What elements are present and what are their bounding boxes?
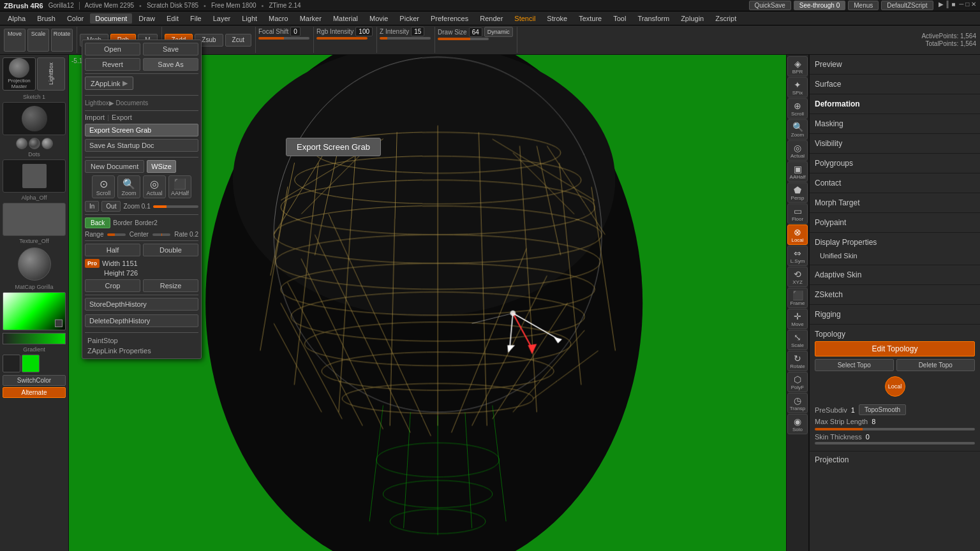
alternate-button[interactable]: Alternate bbox=[3, 387, 66, 398]
menu-edit[interactable]: Edit bbox=[161, 13, 184, 24]
new-document-button[interactable]: New Document bbox=[85, 160, 144, 173]
menu-document[interactable]: Document bbox=[90, 13, 132, 24]
import-label[interactable]: Import bbox=[85, 114, 105, 121]
deformation-title[interactable]: Deformation bbox=[815, 97, 975, 111]
save-as-button[interactable]: Save As bbox=[143, 58, 198, 71]
menu-transform[interactable]: Transform bbox=[632, 13, 674, 24]
menu-material[interactable]: Material bbox=[328, 13, 363, 24]
matcap-ball[interactable] bbox=[18, 247, 51, 281]
menu-picker[interactable]: Picker bbox=[394, 13, 424, 24]
dynamic-button[interactable]: Dynamic bbox=[484, 27, 513, 37]
rigging-title[interactable]: Rigging bbox=[815, 307, 975, 321]
skin-thickness-slider[interactable] bbox=[815, 442, 975, 444]
projection-title[interactable]: Projection bbox=[815, 455, 975, 464]
menu-light[interactable]: Light bbox=[237, 13, 262, 24]
gradient-bar[interactable] bbox=[3, 333, 66, 344]
open-button[interactable]: Open bbox=[85, 43, 140, 55]
scroll-btn[interactable]: ⊕ Scroll bbox=[787, 98, 808, 119]
save-startup-button[interactable]: Save As Startup Doc bbox=[85, 139, 198, 152]
frame-btn[interactable]: ⬛ Frame bbox=[787, 288, 808, 308]
store-depth-button[interactable]: StoreDepthHistory bbox=[85, 298, 198, 311]
zoom-slider[interactable] bbox=[153, 205, 198, 208]
adaptive-skin-title[interactable]: Adaptive Skin bbox=[815, 268, 975, 282]
lsym-btn[interactable]: ⇔ L.Sym bbox=[787, 246, 808, 266]
masking-title[interactable]: Masking bbox=[815, 117, 975, 131]
menu-layer[interactable]: Layer bbox=[208, 13, 236, 24]
transp-btn[interactable]: ◷ Transp bbox=[787, 393, 808, 413]
zapplink-props-button[interactable]: ZAppLink Properties bbox=[85, 346, 198, 356]
menu-file[interactable]: File bbox=[185, 13, 207, 24]
zoom-icon-btn[interactable]: 🔍 Zoom bbox=[117, 175, 140, 198]
menu-macro[interactable]: Macro bbox=[264, 13, 293, 24]
polypaint-title[interactable]: Polypaint bbox=[815, 216, 975, 230]
zapplink-button[interactable]: ZAppLink ▶ bbox=[85, 77, 133, 90]
contact-title[interactable]: Contact bbox=[815, 176, 975, 190]
delete-topo-button[interactable]: Delete Topo bbox=[896, 359, 976, 371]
aahalf-btn[interactable]: ▣ AAHalf bbox=[787, 161, 808, 182]
menu-movie[interactable]: Movie bbox=[364, 13, 393, 24]
menu-stroke[interactable]: Stroke bbox=[542, 13, 572, 24]
save-button[interactable]: Save bbox=[143, 43, 198, 55]
menu-tool[interactable]: Tool bbox=[608, 13, 631, 24]
actual-btn[interactable]: ◎ Actual bbox=[787, 140, 808, 161]
menu-preferences[interactable]: Preferences bbox=[426, 13, 473, 24]
menus-button[interactable]: Menus bbox=[848, 1, 879, 10]
quicksave-button[interactable]: QuickSave bbox=[749, 1, 791, 10]
lightbox-documents-link[interactable]: Lightbox▶ Documents bbox=[85, 98, 198, 108]
bpr-button[interactable]: ◈ BPR bbox=[787, 56, 808, 77]
actual-icon-btn[interactable]: ◎ Actual bbox=[143, 175, 166, 198]
menu-brush[interactable]: Brush bbox=[32, 13, 61, 24]
spix-button[interactable]: ✦ SPix bbox=[787, 77, 808, 98]
script-button[interactable]: DefaultZScript bbox=[881, 1, 933, 10]
move-ri-btn[interactable]: ✛ Move bbox=[787, 309, 808, 329]
xyz-btn[interactable]: ⟲ XYZ bbox=[787, 267, 808, 287]
center-slider[interactable] bbox=[152, 233, 170, 236]
zoom-in-button[interactable]: In bbox=[85, 201, 99, 212]
menu-stencil[interactable]: Stencil bbox=[509, 13, 540, 24]
color-picker[interactable] bbox=[3, 292, 66, 330]
rotate-button[interactable]: Rotate bbox=[51, 29, 73, 52]
export-screen-grab-button[interactable]: Export Screen Grab bbox=[85, 124, 198, 136]
menu-zscript[interactable]: Zscript bbox=[710, 13, 741, 24]
menu-zplugin[interactable]: Zplugin bbox=[676, 13, 709, 24]
aahalf-icon-btn[interactable]: ⬛ AAHalf bbox=[168, 175, 191, 198]
edit-topology-button[interactable]: Edit Topology bbox=[815, 341, 975, 356]
range-slider[interactable] bbox=[107, 233, 125, 236]
local-btn[interactable]: ⊗ Local bbox=[787, 224, 808, 245]
menu-alpha[interactable]: Alpha bbox=[3, 13, 31, 24]
rotate-ri-btn[interactable]: ↻ Rotate bbox=[787, 351, 808, 371]
crop-button[interactable]: Crop bbox=[85, 279, 140, 292]
menu-draw[interactable]: Draw bbox=[133, 13, 160, 24]
zsketch-title[interactable]: ZSketch bbox=[815, 288, 975, 302]
display-properties-title[interactable]: Display Properties bbox=[815, 235, 975, 249]
double-button[interactable]: Double bbox=[143, 244, 198, 256]
menu-color[interactable]: Color bbox=[62, 13, 89, 24]
menu-marker[interactable]: Marker bbox=[295, 13, 327, 24]
lightbox-button[interactable]: LightBox bbox=[37, 57, 65, 91]
topology-title[interactable]: Topology bbox=[815, 328, 975, 340]
polygroups-title[interactable]: Polygroups bbox=[815, 156, 975, 170]
visibility-title[interactable]: Visibility bbox=[815, 136, 975, 151]
swatch-dark[interactable] bbox=[3, 355, 20, 372]
move-button[interactable]: Move bbox=[4, 29, 26, 52]
solo-btn[interactable]: ◉ Solo bbox=[787, 414, 808, 434]
zcut-button[interactable]: Zcut bbox=[225, 34, 251, 47]
projection-master-button[interactable]: ProjectionMaster bbox=[3, 57, 36, 91]
persp-btn[interactable]: ⬟ Persp bbox=[787, 182, 808, 203]
scroll-icon-btn[interactable]: ⊙ Scroll bbox=[92, 175, 115, 198]
paint-stop-button[interactable]: PaintStop bbox=[85, 335, 198, 346]
select-topo-button[interactable]: Select Topo bbox=[815, 359, 894, 371]
revert-button[interactable]: Revert bbox=[85, 58, 140, 71]
max-strip-slider[interactable] bbox=[815, 428, 975, 430]
scale-button[interactable]: Scale bbox=[27, 29, 49, 52]
half-button[interactable]: Half bbox=[85, 244, 140, 256]
color-small-swatch[interactable] bbox=[55, 320, 63, 327]
wsize-button[interactable]: WSize bbox=[147, 160, 176, 173]
preview-title[interactable]: Preview bbox=[815, 57, 975, 71]
unified-skin-title[interactable]: Unified Skin bbox=[820, 249, 975, 262]
menu-texture[interactable]: Texture bbox=[574, 13, 607, 24]
resize-button[interactable]: Resize bbox=[143, 279, 198, 292]
surface-title[interactable]: Surface bbox=[815, 77, 975, 91]
local-mode-button[interactable]: Local bbox=[885, 376, 905, 397]
seethrough-button[interactable]: See-through 0 bbox=[794, 1, 845, 10]
